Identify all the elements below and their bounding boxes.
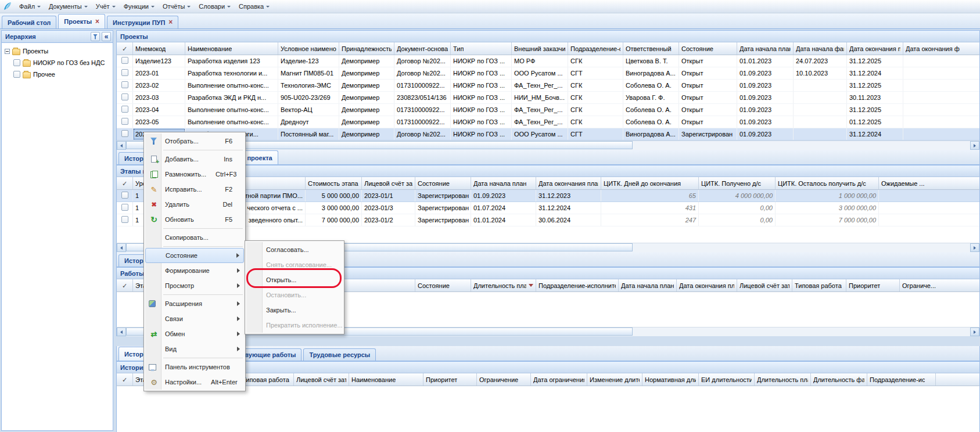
menu-item-select[interactable]: Отобрать...F6 — [145, 134, 244, 149]
table-row[interactable]: 2023-01метРазработка технологи...Постоян… — [117, 128, 979, 141]
row-checkbox[interactable] — [121, 204, 128, 211]
column-header[interactable]: Длительность фак — [811, 373, 867, 386]
column-header[interactable]: Ограничение — [477, 373, 531, 386]
menubar-item-functions[interactable]: Функции — [120, 1, 159, 12]
column-header[interactable]: Состояние — [679, 42, 737, 55]
column-header[interactable]: Длительность пла — [755, 373, 811, 386]
menubar-item-reports[interactable]: Отчёты — [159, 1, 195, 12]
column-header[interactable]: Состояние — [415, 279, 471, 291]
main-tab-desktop[interactable]: Рабочий стол — [2, 16, 56, 28]
column-header[interactable]: Подразделение-исполнитель.. — [536, 279, 619, 291]
column-header[interactable]: Дата окончания план — [536, 177, 601, 189]
main-tab-projects[interactable]: Проекты× — [58, 14, 105, 28]
column-header[interactable]: Приоритет — [846, 279, 900, 291]
menu-item-links[interactable]: Связи — [145, 311, 244, 326]
menu-item-copy[interactable]: Скопировать... — [145, 230, 244, 245]
scroll-left-button[interactable] — [117, 243, 126, 252]
column-header[interactable]: Длительность план — [471, 279, 536, 291]
column-header[interactable]: Подразделение-ис — [867, 373, 936, 386]
column-header[interactable]: Документ-основан — [394, 42, 451, 55]
scroll-left-button[interactable] — [117, 327, 126, 336]
table-row[interactable]: 2023-05Выполнение опытно-конс...Дредноут… — [117, 116, 979, 128]
select-column-header[interactable]: ✓ — [117, 177, 133, 189]
table-row[interactable]: 2023-04Выполнение опытно-конс...Вектор-А… — [117, 104, 979, 116]
column-header[interactable]: ЦИТК. Получено д/с — [699, 177, 776, 189]
scroll-right-button[interactable] — [970, 243, 979, 252]
column-header[interactable]: Нормативная длит — [642, 373, 699, 386]
column-header[interactable] — [936, 373, 980, 386]
column-header[interactable]: ЦИТК. Осталось получить д/с — [776, 177, 879, 189]
scroll-right-button[interactable] — [970, 141, 979, 150]
column-header[interactable]: Мнемокод — [133, 42, 185, 55]
column-header[interactable]: Лицевой счёт затр — [294, 373, 349, 386]
column-header[interactable]: Наименование — [349, 373, 423, 386]
tree-node[interactable]: НИОКР по ГОЗ без НДС — [2, 57, 113, 69]
table-row[interactable]: 1зведенного опыт...7 000 000,002023-01/2… — [117, 214, 979, 226]
column-header[interactable]: Ожидаемые ... — [879, 177, 980, 189]
row-checkbox[interactable] — [121, 57, 128, 64]
menu-item-add[interactable]: Добавить...Ins — [145, 152, 244, 167]
column-header[interactable]: Тип — [451, 42, 512, 55]
menu-item-edit[interactable]: Исправить...F2 — [145, 182, 244, 197]
column-header[interactable]: Лицевой счёт затр — [737, 279, 792, 291]
tree-node[interactable]: Прочее — [2, 69, 113, 80]
column-header[interactable]: Наименование — [185, 42, 278, 55]
menu-item-appearance[interactable]: Вид — [145, 341, 244, 357]
history-tab-labor-resources[interactable]: Трудовые ресурсы — [303, 348, 376, 361]
main-tab-pup-instructions[interactable]: Инструкции ПУП× — [107, 16, 178, 28]
column-header[interactable]: Дата ограничения — [531, 373, 587, 386]
menu-item-state[interactable]: Состояние — [145, 248, 244, 263]
column-header[interactable]: Дата окончания ф — [903, 42, 980, 55]
column-header[interactable]: Типовая работа — [792, 279, 846, 291]
collapse-expander-icon[interactable] — [5, 49, 10, 54]
close-tab-icon[interactable]: × — [168, 20, 173, 25]
select-column-header[interactable]: ✓ — [117, 373, 133, 386]
collapse-panel-icon[interactable]: « — [102, 32, 111, 41]
column-header[interactable]: Приоритет — [423, 373, 477, 386]
row-checkbox[interactable] — [121, 106, 128, 113]
menu-item-refresh[interactable]: ОбновитьF5 — [145, 212, 244, 227]
menu-item-view[interactable]: Просмотр — [145, 278, 244, 293]
column-header[interactable]: Ответственный — [623, 42, 679, 55]
column-header[interactable]: Дата окончания пл — [847, 42, 903, 55]
tree-checkbox[interactable] — [13, 71, 20, 78]
scrollbar-track[interactable] — [126, 141, 970, 150]
table-row[interactable]: Изделие123Разработка изделия 123Изделие-… — [117, 55, 979, 67]
menu-item-formation[interactable]: Формирование — [145, 263, 244, 278]
select-column-header[interactable]: ✓ — [117, 42, 133, 55]
column-header[interactable]: Дата окончания план — [677, 279, 737, 291]
column-header[interactable]: Принадлежность — [339, 42, 394, 55]
menu-item-delete[interactable]: УдалитьDel — [145, 197, 244, 212]
scroll-right-button[interactable] — [970, 327, 979, 336]
close-tab-icon[interactable]: × — [95, 19, 99, 24]
row-checkbox[interactable] — [121, 69, 128, 76]
filter-tool-icon[interactable] — [91, 32, 100, 41]
row-checkbox[interactable] — [121, 130, 128, 137]
column-header[interactable]: Условное наименова — [278, 42, 339, 55]
table-row[interactable]: 1ческого отчета с ...3 000 000,002023-01… — [117, 202, 979, 214]
row-checkbox[interactable] — [121, 216, 128, 223]
column-header[interactable]: Дата начала факт — [794, 42, 847, 55]
menubar-item-accounting[interactable]: Учёт — [92, 1, 120, 12]
column-header[interactable]: Подразделение-от — [568, 42, 623, 55]
table-row[interactable]: 2023-01Разработка технологии и...Магнит … — [117, 67, 979, 80]
column-header[interactable]: Дата начала план — [471, 177, 536, 189]
menubar-item-dictionaries[interactable]: Словари — [195, 1, 235, 12]
submenu-item-open[interactable]: Открыть... — [246, 272, 343, 287]
menu-item-duplicate[interactable]: Размножить...Ctrl+F3 — [145, 167, 244, 182]
row-checkbox[interactable] — [121, 118, 128, 125]
column-header[interactable]: ЕИ длительности — [699, 373, 755, 386]
menu-item-exchange[interactable]: Обмен — [145, 326, 244, 341]
row-checkbox[interactable] — [121, 192, 128, 199]
menubar-item-help[interactable]: Справка — [235, 1, 274, 12]
column-header[interactable]: Типовая работа — [240, 373, 294, 386]
tree-node[interactable]: Проекты — [2, 45, 113, 57]
table-row[interactable]: 1тной партии ПМО...5 000 000,002023-01/1… — [117, 190, 979, 202]
menubar-item-file[interactable]: Файл — [15, 1, 45, 12]
column-header[interactable]: Изменение длите — [587, 373, 642, 386]
row-checkbox[interactable] — [121, 93, 128, 100]
scroll-left-button[interactable] — [117, 141, 126, 150]
menu-item-toolbar[interactable]: Панель инструментов — [145, 359, 244, 375]
table-row[interactable]: 2023-03Разработка ЭКД и РКД н...905-U020… — [117, 92, 979, 104]
menu-item-settings[interactable]: Настройки...Alt+Enter — [145, 375, 244, 390]
